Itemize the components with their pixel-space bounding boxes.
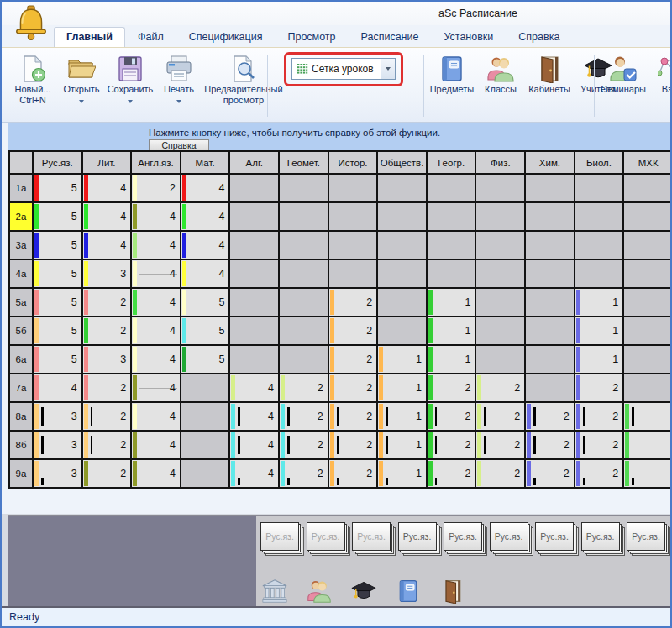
grid-cell[interactable]: 2 [575, 374, 624, 402]
grid-cell[interactable]: 4 [131, 202, 181, 231]
grid-cell[interactable] [328, 231, 378, 259]
grid-cell[interactable] [328, 174, 378, 202]
grid-cell[interactable]: 2 [525, 402, 575, 431]
ribbon-button[interactable]: Классы [476, 53, 525, 97]
grid-cell[interactable] [623, 374, 670, 402]
column-header[interactable]: МХК [623, 151, 670, 174]
grid-cell[interactable] [279, 202, 328, 231]
grid-cell[interactable]: 4 [229, 402, 279, 431]
grid-cell[interactable]: 2 [427, 431, 476, 459]
grid-cell[interactable]: 5 [181, 317, 230, 345]
grid-cell[interactable]: 1 [575, 288, 624, 317]
grid-cell[interactable] [623, 174, 670, 202]
grid-cell[interactable] [279, 345, 328, 374]
grid-cell[interactable]: 2 [328, 288, 378, 317]
grid-cell[interactable] [475, 288, 525, 317]
grid-cell[interactable]: 2 [82, 431, 132, 459]
row-label[interactable]: 4а [9, 259, 33, 288]
grid-cell[interactable]: 5 [33, 202, 82, 231]
grid-cell[interactable]: 2 [475, 459, 525, 488]
grid-cell[interactable] [229, 231, 279, 259]
column-header[interactable]: Геомет. [279, 151, 328, 174]
grid-cell[interactable]: 4 [131, 374, 181, 402]
grid-cell[interactable]: 5 [33, 174, 82, 202]
grid-cell[interactable] [623, 202, 670, 231]
grid-cell[interactable]: 1 [377, 402, 427, 431]
ribbon-button[interactable]: Печать [155, 53, 203, 107]
rooms-door-icon[interactable] [440, 578, 465, 604]
column-header[interactable]: Хим. [525, 151, 575, 174]
grid-cell[interactable]: 1 [377, 459, 427, 488]
grid-cell[interactable] [623, 231, 670, 259]
lesson-card[interactable]: Рус.яз. [627, 522, 665, 551]
grid-cell[interactable] [575, 259, 624, 288]
lesson-card[interactable]: Рус.яз. [535, 522, 574, 551]
grid-cell[interactable] [575, 202, 624, 231]
grid-cell[interactable]: 4 [131, 431, 181, 459]
menu-tab[interactable]: Главный [54, 27, 125, 47]
grid-cell[interactable]: 1 [427, 317, 476, 345]
grid-cell[interactable] [229, 345, 279, 374]
grid-cell[interactable] [623, 259, 670, 288]
grid-cell[interactable] [229, 317, 279, 345]
grid-cell[interactable]: 4 [181, 259, 230, 288]
grid-cell[interactable]: 4 [229, 459, 279, 488]
grid-cell[interactable]: 1 [377, 345, 427, 374]
grid-cell[interactable]: 2 [427, 374, 476, 402]
grid-cell[interactable] [525, 231, 575, 259]
grid-cell[interactable]: 1 [575, 345, 624, 374]
grid-cell[interactable]: 2 [575, 431, 624, 459]
grid-cell[interactable]: 5 [33, 259, 82, 288]
lesson-card[interactable]: Рус.яз. [260, 522, 299, 551]
grid-cell[interactable]: 1 [575, 317, 624, 345]
column-header[interactable]: Мат. [181, 151, 230, 174]
grid-cell[interactable] [328, 259, 378, 288]
row-label[interactable]: 6а [9, 345, 33, 374]
column-header[interactable]: Геогр. [427, 151, 476, 174]
grid-cell[interactable]: 2 [575, 402, 624, 431]
grid-cell[interactable] [623, 317, 670, 345]
grid-cell[interactable]: 4 [131, 288, 181, 317]
grid-cell[interactable]: 2 [525, 459, 575, 488]
grid-cell[interactable] [377, 202, 427, 231]
column-header[interactable]: Физ. [475, 151, 525, 174]
menu-tab[interactable]: Спецификация [176, 27, 276, 47]
school-building-icon[interactable] [262, 578, 287, 604]
asc-bell-logo-icon[interactable] [13, 5, 49, 44]
lesson-card[interactable]: Рус.яз. [581, 522, 620, 551]
grid-cell[interactable]: 5 [181, 345, 230, 374]
grid-cell[interactable] [181, 374, 230, 402]
grid-cell[interactable]: 4 [131, 402, 181, 431]
menu-tab[interactable]: Расписание [349, 27, 432, 47]
grid-cell[interactable]: 4 [82, 174, 132, 202]
grid-cell[interactable] [623, 288, 670, 317]
grid-cell[interactable] [279, 231, 328, 259]
grid-cell[interactable] [525, 345, 575, 374]
grid-cell[interactable]: 3 [33, 431, 82, 459]
grid-cell[interactable]: 4 [229, 431, 279, 459]
grid-cell[interactable]: 2 [82, 459, 132, 488]
column-header[interactable]: Лит. [82, 151, 132, 174]
grid-cell[interactable] [475, 174, 525, 202]
grid-cell[interactable] [427, 202, 476, 231]
grid-cell[interactable]: 3 [82, 259, 132, 288]
column-header[interactable]: Истор. [328, 151, 378, 174]
grid-cell[interactable]: 4 [131, 231, 181, 259]
grid-cell[interactable]: 4 [82, 231, 132, 259]
grid-cell[interactable]: 2 [475, 431, 525, 459]
grid-cell[interactable]: 2 [475, 374, 525, 402]
grid-cell[interactable] [229, 259, 279, 288]
grid-cell[interactable] [623, 459, 670, 488]
grid-cell[interactable]: 5 [33, 345, 82, 374]
grid-cell[interactable]: 2 [279, 459, 328, 488]
menu-tab[interactable]: Установки [431, 27, 506, 47]
grid-cell[interactable] [229, 288, 279, 317]
grid-cell[interactable]: 2 [575, 459, 624, 488]
grid-cell[interactable]: 2 [82, 374, 132, 402]
column-header[interactable]: Англ.яз. [131, 151, 181, 174]
row-label[interactable]: 2а [9, 202, 33, 231]
row-label[interactable]: 3а [9, 231, 33, 259]
grid-cell[interactable]: 1 [427, 345, 476, 374]
grid-cell[interactable] [475, 231, 525, 259]
grid-cell[interactable] [279, 174, 328, 202]
